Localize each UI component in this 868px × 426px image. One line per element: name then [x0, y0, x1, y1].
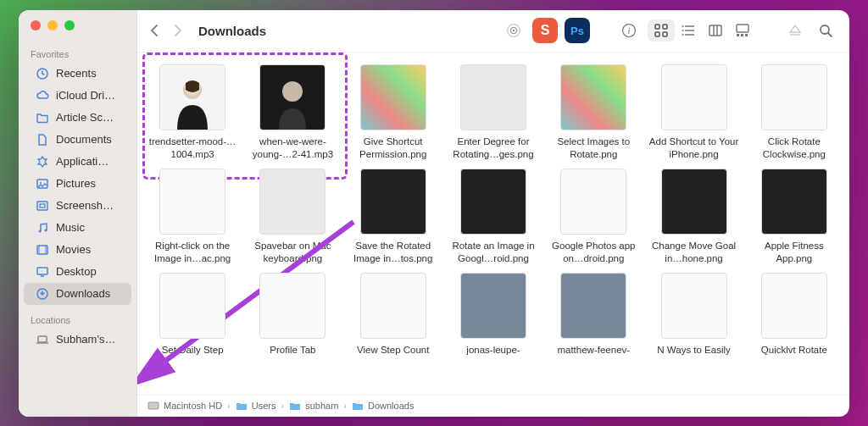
app-icon-s-label: S [541, 23, 550, 38]
svg-rect-3 [37, 202, 47, 210]
file-thumbnail [259, 169, 326, 235]
info-button[interactable]: i [617, 19, 641, 42]
file-item[interactable]: Profile Tab [244, 273, 341, 357]
svg-rect-30 [709, 25, 721, 36]
list-view-button[interactable] [675, 19, 702, 41]
file-name: Change Move Goal in…hone.png [647, 240, 742, 266]
file-item[interactable]: Click Rotate Clockwise.png [746, 64, 843, 162]
sidebar-item-recents[interactable]: Recents [24, 63, 131, 85]
sidebar-item-pictures[interactable]: Pictures [24, 173, 131, 195]
airdrop-icon[interactable] [502, 19, 526, 42]
breadcrumb-label: Users [252, 401, 276, 411]
sidebar-item-downloads[interactable]: Downloads [24, 283, 131, 305]
sidebar-item-iclouddri[interactable]: iCloud Dri… [24, 85, 131, 107]
sidebar-item-applicati[interactable]: Applicati… [24, 151, 131, 173]
file-name: when-we-were-young-…2-41.mp3 [245, 136, 340, 162]
column-view-button[interactable] [702, 19, 729, 41]
file-item[interactable]: jonas-leupe- [445, 273, 542, 357]
file-item[interactable]: N Ways to Easily [645, 273, 742, 357]
file-item[interactable]: Rotate an Image in Googl…roid.png [445, 169, 542, 266]
breadcrumb-item[interactable]: Users [236, 401, 276, 411]
file-item[interactable]: Right-click on the Image in…ac.png [144, 169, 241, 266]
file-item[interactable]: Enter Degree for Rotating…ges.png [445, 64, 542, 162]
breadcrumb-item[interactable]: subham [289, 401, 338, 411]
sidebar-item-label: Subham's… [56, 333, 115, 346]
sidebar-item-label: Pictures [56, 177, 96, 190]
desktop-icon [36, 265, 49, 279]
sidebar-item-articlesc[interactable]: Article Sc… [24, 107, 131, 129]
file-item[interactable]: Select Images to Rotate.png [545, 64, 642, 162]
file-item[interactable]: matthew-feenev- [545, 273, 642, 357]
file-thumbnail [360, 64, 426, 130]
sidebar-item-screensh[interactable]: Screensh… [24, 195, 131, 217]
file-thumbnail [661, 273, 727, 339]
file-item[interactable]: Add Shortcut to Your iPhone.png [645, 64, 742, 162]
file-item[interactable]: Spavebar on Mac keyboard.png [244, 169, 341, 266]
sidebar-item-documents[interactable]: Documents [24, 129, 131, 151]
maximize-window-button[interactable] [64, 20, 75, 30]
minimize-window-button[interactable] [47, 20, 58, 30]
file-name: jonas-leupe- [466, 344, 520, 357]
file-item[interactable]: View Step Count [345, 273, 442, 357]
icon-view-button[interactable] [648, 19, 675, 41]
breadcrumb-item[interactable]: Downloads [352, 401, 414, 411]
svg-point-2 [40, 182, 42, 184]
sidebar-item-movies[interactable]: Movies [24, 239, 131, 261]
svg-point-28 [682, 30, 684, 31]
search-button[interactable] [814, 19, 837, 42]
file-item[interactable]: Apple Fitness App.png [746, 169, 843, 266]
file-grid-area: trendsetter-mood-…1004.mp3when-we-were-y… [137, 53, 849, 395]
gallery-view-button[interactable] [729, 19, 756, 41]
breadcrumb-separator: › [227, 401, 231, 411]
svg-rect-20 [655, 25, 659, 29]
svg-rect-34 [737, 34, 739, 36]
svg-rect-4 [40, 204, 45, 207]
eject-button[interactable] [783, 19, 807, 42]
file-name: Rotate an Image in Googl…roid.png [446, 240, 541, 266]
sidebar-item-desktop[interactable]: Desktop [24, 261, 131, 283]
file-item[interactable]: Set Daily Step [144, 273, 241, 357]
file-item[interactable]: Save the Rotated Image in…tos.png [345, 169, 442, 266]
file-item[interactable]: trendsetter-mood-…1004.mp3 [144, 64, 241, 162]
svg-point-6 [45, 229, 47, 231]
view-mode-group [648, 19, 756, 41]
file-name: Google Photos app on…droid.png [546, 240, 641, 266]
forward-button[interactable] [174, 24, 183, 37]
file-name: Click Rotate Clockwise.png [747, 136, 842, 162]
breadcrumb-item[interactable]: Macintosh HD [147, 401, 222, 411]
file-name: matthew-feenev- [557, 344, 630, 357]
file-thumbnail [560, 273, 626, 339]
file-item[interactable]: Change Move Goal in…hone.png [645, 169, 742, 266]
svg-rect-23 [663, 32, 667, 36]
file-item[interactable]: when-we-were-young-…2-41.mp3 [244, 64, 341, 162]
image-icon [36, 177, 49, 191]
breadcrumb-label: Macintosh HD [164, 401, 222, 411]
file-name: N Ways to Easily [657, 344, 730, 357]
file-item[interactable]: Google Photos app on…droid.png [545, 169, 642, 266]
sidebar-item-label: Article Sc… [56, 111, 114, 124]
sidebar-favorites: Favorites RecentsiCloud Dri…Article Sc…D… [19, 42, 136, 308]
window-title: Downloads [198, 24, 266, 38]
nav-buttons [149, 24, 183, 37]
app-icon-s[interactable]: S [532, 18, 558, 43]
file-item[interactable]: Quicklvt Rotate [746, 273, 843, 357]
file-thumbnail [460, 273, 526, 339]
svg-point-5 [39, 230, 42, 232]
file-item[interactable]: Give Shortcut Permission.png [345, 64, 442, 162]
svg-point-27 [682, 25, 684, 27]
disk-icon [147, 401, 159, 411]
file-name: Profile Tab [270, 344, 315, 357]
close-window-button[interactable] [31, 20, 41, 30]
file-name: Apple Fitness App.png [747, 240, 842, 266]
back-button[interactable] [149, 24, 159, 37]
file-thumbnail [159, 169, 225, 235]
toolbar: Downloads S Ps i [137, 10, 849, 53]
sidebar-location-item[interactable]: Subham's… [24, 329, 131, 351]
file-name: Quicklvt Rotate [761, 344, 827, 357]
file-thumbnail [761, 169, 827, 235]
file-name: Spavebar on Mac keyboard.png [245, 240, 340, 266]
app-icon-photoshop[interactable]: Ps [565, 18, 590, 43]
sidebar-item-music[interactable]: Music [24, 217, 131, 239]
sidebar-item-label: Recents [56, 67, 97, 80]
app-icon-ps-label: Ps [570, 25, 584, 37]
